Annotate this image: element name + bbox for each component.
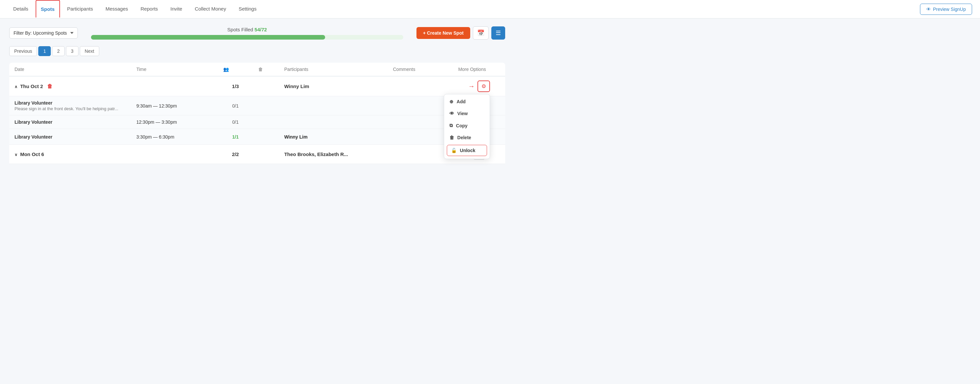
dropdown-menu: ⊕ Add 👁 View ⧉ Copy: [444, 94, 490, 159]
spot-participants-2: [279, 115, 388, 129]
spot-comments-3: [388, 129, 453, 145]
progress-bar-fill: [91, 35, 325, 40]
gear-button-thu-oct-2[interactable]: ⚙: [477, 81, 490, 92]
tab-collect-money[interactable]: Collect Money: [189, 0, 231, 18]
spot-time-3: 3:30pm — 6:30pm: [131, 129, 218, 145]
spot-count-3: 1/1: [218, 129, 253, 145]
group-time-thu-oct-2: [131, 76, 218, 96]
spot-comments-1: [388, 96, 453, 115]
group-time-mon-oct-6: [131, 145, 218, 164]
previous-page-button[interactable]: Previous: [9, 46, 37, 56]
spot-row-2: Library Volunteer 12:30pm — 3:30pm 0/1: [9, 115, 505, 129]
view-icon: 👁: [449, 111, 454, 116]
header-more-options: More Options: [453, 63, 505, 76]
group-trash-icon[interactable]: 🗑: [47, 83, 52, 89]
spot-row-3: Library Volunteer 3:30pm — 6:30pm 1/1 Wi…: [9, 129, 505, 145]
unlock-icon: 🔓: [451, 148, 457, 153]
page-2-button[interactable]: 2: [52, 46, 65, 56]
group-participants-thu-oct-2: Winny Lim: [279, 76, 388, 96]
eye-icon: 👁: [926, 6, 931, 12]
filter-select[interactable]: Filter By: Upcoming Spots: [9, 27, 78, 38]
calendar-view-button[interactable]: 📅: [473, 26, 489, 40]
spot-time-2: 12:30pm — 3:30pm: [131, 115, 218, 129]
table-body: ∧ Thu Oct 2 🗑 1/3 Winny Lim → ⚙: [9, 76, 505, 164]
page-3-button[interactable]: 3: [66, 46, 78, 56]
copy-icon: ⧉: [449, 123, 453, 128]
spot-count-2: 0/1: [218, 115, 253, 129]
add-icon: ⊕: [449, 99, 453, 104]
group-options-thu-oct-2: → ⚙ ⊕ Add 👁 View: [453, 76, 505, 96]
list-icon: ☰: [496, 29, 501, 37]
arrow-annotation-1: →: [468, 83, 475, 90]
tab-spots[interactable]: Spots: [36, 0, 60, 18]
spot-participants-1: [279, 96, 388, 115]
top-nav: Details Spots Participants Messages Repo…: [0, 0, 980, 19]
dropdown-copy[interactable]: ⧉ Copy: [444, 120, 490, 132]
tab-invite[interactable]: Invite: [165, 0, 188, 18]
dropdown-delete[interactable]: 🗑 Delete: [444, 132, 490, 143]
create-new-spot-button[interactable]: + Create New Spot: [417, 27, 470, 39]
tab-participants[interactable]: Participants: [62, 0, 98, 18]
spot-name-col-2: Library Volunteer: [9, 115, 131, 129]
users-icon: 👥: [223, 67, 229, 72]
spot-row-1: Library Volunteer Please sign in at the …: [9, 96, 505, 115]
group-date-thu-oct-2: ∧ Thu Oct 2 🗑: [9, 76, 131, 96]
preview-signup-button[interactable]: 👁 Preview SignUp: [920, 4, 972, 15]
header-users-icon: 👥: [218, 63, 253, 76]
tab-reports[interactable]: Reports: [135, 0, 163, 18]
spot-name-col-3: Library Volunteer: [9, 129, 131, 145]
table-header: Date Time 👥 🗑 Participants Comments More…: [9, 63, 505, 76]
spots-filled-section: Spots Filled 54/72: [78, 27, 417, 40]
header-comments: Comments: [388, 63, 453, 76]
calendar-icon: 📅: [477, 29, 484, 37]
tab-details[interactable]: Details: [8, 0, 33, 18]
dropdown-unlock[interactable]: 🔓 Unlock: [447, 145, 487, 156]
tab-messages[interactable]: Messages: [100, 0, 133, 18]
spot-count-1: 0/1: [218, 96, 253, 115]
spot-time-1: 9:30am — 12:30pm: [131, 96, 218, 115]
pagination: Previous 1 2 3 Next: [9, 46, 505, 56]
group-row-mon-oct-6: ∨ Mon Oct 6 2/2 Theo Brooks, Elizabeth R…: [9, 145, 505, 164]
group-count-mon-oct-6: 2/2: [218, 145, 253, 164]
nav-tabs: Details Spots Participants Messages Repo…: [8, 0, 262, 18]
group-row-thu-oct-2: ∧ Thu Oct 2 🗑 1/3 Winny Lim → ⚙: [9, 76, 505, 96]
header-time: Time: [131, 63, 218, 76]
trash-header-icon: 🗑: [258, 67, 263, 72]
spot-name-col-1: Library Volunteer Please sign in at the …: [9, 96, 131, 115]
dropdown-add[interactable]: ⊕ Add: [444, 96, 490, 108]
header-trash-icon: 🗑: [253, 63, 279, 76]
spot-participants-3: Winny Lim: [279, 129, 388, 145]
group-date-mon-oct-6: ∨ Mon Oct 6: [9, 145, 131, 164]
next-page-button[interactable]: Next: [80, 46, 99, 56]
page-1-button[interactable]: 1: [38, 46, 51, 56]
gear-wrapper-thu-oct-2: ⚙ ⊕ Add 👁 View: [477, 81, 490, 92]
group-participants-mon-oct-6: Theo Brooks, Elizabeth R...: [279, 145, 388, 164]
tab-settings[interactable]: Settings: [234, 0, 262, 18]
list-view-button[interactable]: ☰: [491, 26, 505, 40]
chevron-up-icon: ∧: [14, 84, 18, 89]
controls-row: Filter By: Upcoming Spots Spots Filled 5…: [9, 26, 505, 40]
group-count-thu-oct-2: 1/3: [218, 76, 253, 96]
spots-table: Date Time 👥 🗑 Participants Comments More…: [9, 63, 505, 164]
progress-bar-background: [91, 35, 403, 40]
delete-icon: 🗑: [449, 135, 454, 140]
right-controls: + Create New Spot 📅 ☰: [417, 26, 505, 40]
header-participants: Participants: [279, 63, 388, 76]
chevron-down-icon: ∨: [14, 152, 18, 157]
header-date: Date: [9, 63, 131, 76]
spots-filled-label: Spots Filled 54/72: [91, 27, 403, 32]
spot-comments-2: [388, 115, 453, 129]
main-content: Filter By: Upcoming Spots Spots Filled 5…: [0, 19, 514, 172]
dropdown-view[interactable]: 👁 View: [444, 108, 490, 120]
